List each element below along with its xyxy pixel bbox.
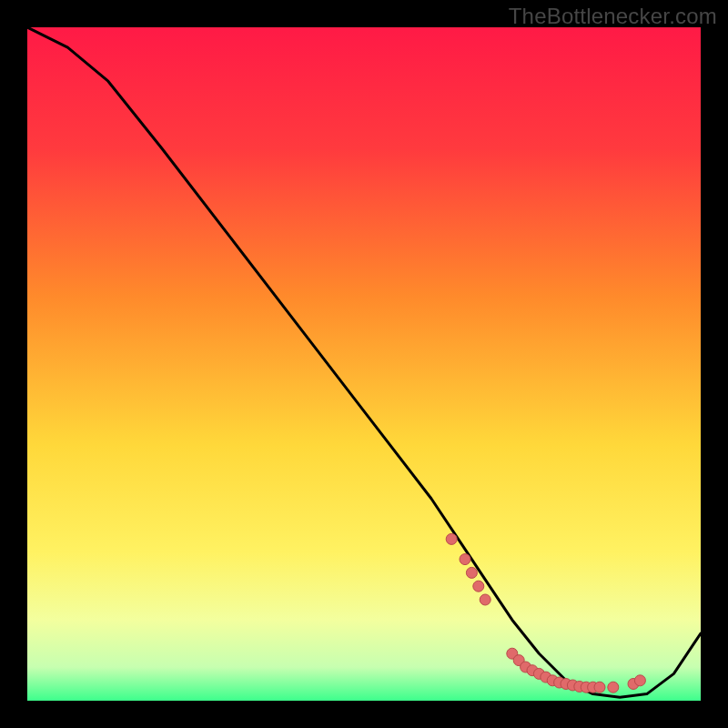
- data-marker: [608, 682, 619, 693]
- data-marker: [634, 675, 645, 686]
- data-marker: [466, 567, 477, 578]
- data-marker: [473, 581, 484, 592]
- data-marker: [460, 554, 470, 565]
- plot-svg: [27, 27, 701, 701]
- gradient-bg: [27, 27, 701, 701]
- chart-frame: TheBottlenecker.com: [0, 0, 728, 728]
- data-marker: [594, 682, 605, 693]
- data-marker: [446, 533, 457, 544]
- watermark-text: TheBottlenecker.com: [509, 4, 717, 29]
- plot-area: [27, 27, 701, 701]
- data-marker: [480, 594, 490, 605]
